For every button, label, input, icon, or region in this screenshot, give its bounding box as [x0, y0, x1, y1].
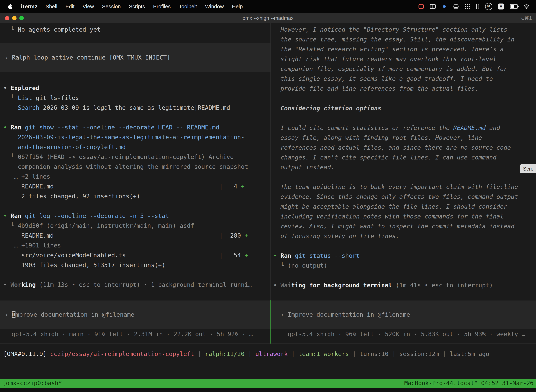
text-segment: └ 067f154 (HEAD -> essay/ai-reimplementa…: [3, 153, 234, 160]
menu-item-toolbelt[interactable]: Toolbelt: [175, 4, 201, 9]
app-grid-icon[interactable]: [464, 4, 470, 9]
text-segment: src/voice/voiceModeEnabled.ts: [3, 252, 126, 259]
prompt-input-right[interactable]: › Improve documentation in @filename: [271, 300, 536, 329]
blank-line: [271, 271, 536, 280]
text-segment: git show --stat --oneline --decorate HEA…: [25, 124, 219, 131]
terminal-line: companion analysis without altering the …: [0, 162, 270, 172]
text-segment: team:1 workers: [299, 350, 349, 357]
text-segment: this single essay, it seems like a good …: [273, 75, 493, 82]
pane-bottom-border: [0, 344, 536, 344]
text-segment: I could cite commit statistics or refere…: [273, 124, 453, 131]
text-segment: companion analysis without altering the …: [3, 163, 248, 170]
window-tile-icon[interactable]: [430, 4, 436, 9]
text-segment: |: [439, 350, 450, 357]
window-title-bar[interactable]: omx --xhigh --madmax ⌥⌘1: [0, 13, 536, 23]
menu-item-iterm2[interactable]: iTerm2: [17, 4, 42, 9]
input-source-icon[interactable]: A: [498, 4, 504, 9]
menu-item-edit[interactable]: Edit: [61, 4, 79, 9]
text-segment: review. Also, I might want to inspect th…: [273, 223, 514, 230]
text-segment: including verification notes with those …: [273, 213, 504, 220]
text-segment: README.md: [453, 124, 486, 131]
apple-menu-icon[interactable]: [6, 4, 14, 9]
phone-icon[interactable]: [476, 4, 479, 9]
left-pane-top-lines: └ No agents completed yet: [0, 23, 270, 34]
terminal-line: the "Related research writing" section i…: [271, 44, 536, 54]
terminal-line: … +2 lines: [0, 172, 270, 182]
text-segment: companion file, especially if more comme…: [273, 65, 507, 72]
menu-item-window[interactable]: Window: [201, 4, 228, 9]
terminal-line: README.md | 280 +: [0, 231, 270, 240]
minimize-button[interactable]: [12, 16, 17, 20]
menu-item-scripts[interactable]: Scripts: [125, 4, 149, 9]
menu-item-profiles[interactable]: Profiles: [149, 4, 175, 9]
text-segment: 4: [226, 183, 241, 190]
text-segment: and: [486, 124, 500, 131]
screen-recording-icon[interactable]: [418, 4, 424, 9]
text-segment: [3, 104, 18, 111]
text-segment: •: [3, 124, 10, 131]
text-segment: … +2 lines: [3, 173, 50, 180]
terminal-line: • Explored: [0, 83, 270, 93]
text-segment: the source tree, missing the essay. Stil…: [273, 36, 514, 43]
text-segment: (1m 41s • esc to interrupt): [392, 282, 493, 289]
text-segment: Wor: [10, 281, 21, 288]
text-segment: and-the-erosion-of-copyleft.md: [3, 144, 126, 150]
text-segment: slight risk that future readers may over…: [273, 56, 496, 62]
terminal-line: 1903 files changed, 513517 insertions(+): [0, 260, 270, 270]
menu-item-shell[interactable]: Shell: [42, 4, 61, 9]
text-segment: output instead.: [273, 164, 335, 171]
text-segment: Search: [18, 104, 39, 111]
tmux-session-name[interactable]: [omx-cczip0:bash*: [2, 379, 62, 388]
text-segment: README.md: [3, 232, 54, 239]
close-button[interactable]: [5, 16, 9, 20]
text-segment: 1903 files changed, 513517 insertions(+): [3, 261, 165, 269]
terminal-line: output instead.: [271, 162, 536, 172]
text-segment: 280: [226, 232, 244, 239]
blue-app-icon[interactable]: [441, 4, 447, 9]
terminal-line: • Working (11m 13s • esc to interrupt) ·…: [0, 280, 270, 289]
prompt-chevron: ›: [281, 311, 288, 318]
terminal-line: of focusing solely on file lines.: [271, 231, 536, 241]
text-segment: essay file, along with finding root file…: [273, 134, 482, 141]
text-segment: However, I noticed the "Directory Struct…: [273, 26, 507, 33]
text-segment: git status --short: [295, 252, 360, 259]
right-terminal-pane[interactable]: However, I noticed the "Directory Struct…: [271, 23, 536, 344]
terminal-line: the source tree, missing the essay. Stil…: [271, 34, 536, 44]
dark-circle-app-icon[interactable]: [453, 4, 459, 9]
text-segment: of focusing solely on file lines.: [273, 233, 399, 240]
ralph-loop-banner: › Ralph loop active continue [OMX_TMUX_I…: [0, 43, 270, 72]
battery-icon[interactable]: [510, 4, 518, 9]
text-segment: The team guideline is to back every impo…: [273, 183, 518, 190]
menu-item-view[interactable]: View: [79, 4, 98, 9]
left-terminal-pane[interactable]: └ No agents completed yet › Ralph loop a…: [0, 23, 270, 344]
battery-percent-badge[interactable]: 61: [485, 3, 492, 10]
zoom-button[interactable]: [19, 16, 24, 20]
menu-item-help[interactable]: Help: [228, 4, 247, 9]
prompt-input-left[interactable]: › Improve documentation in @filename: [0, 300, 270, 329]
terminal-line: └ 067f154 (HEAD -> essay/ai-reimplementa…: [0, 152, 270, 162]
terminal-line: 2 files changed, 92 insertions(+): [0, 191, 270, 201]
terminal-line: including verification notes with those …: [271, 211, 536, 221]
terminal-area: └ No agents completed yet › Ralph loop a…: [0, 23, 536, 344]
omx-status-bar: [OMX#0.11.9] cczip/essay/ai-reimplementa…: [0, 349, 536, 359]
menu-item-session[interactable]: Session: [98, 4, 125, 9]
session-status-right: gpt-5.4 xhigh · 96% left · 520K in · 5.8…: [271, 329, 536, 339]
terminal-line: changes, I can't cite specific file line…: [271, 152, 536, 162]
session-status-left: gpt-5.4 xhigh · main · 91% left · 2.31M …: [0, 329, 270, 339]
text-segment: No agents completed yet: [18, 26, 100, 33]
text-segment: 2026-03-09-is-legal-the-same-as-legitima…: [3, 134, 244, 141]
text-segment: +: [245, 252, 248, 259]
text-segment: (11m 13s • esc to interrupt) · 1 backgro…: [36, 281, 252, 288]
banner-text: Ralph loop active continue [OMX_TMUX_INJ…: [12, 54, 170, 61]
left-pane-main-lines: • Explored └ List git ls-files Search 20…: [0, 83, 270, 289]
wifi-icon[interactable]: [523, 4, 530, 9]
menu-items: iTerm2ShellEditViewSessionScriptsProfile…: [17, 4, 247, 9]
terminal-line: └ (no output): [271, 261, 536, 271]
text-segment: •: [3, 212, 10, 219]
screen-share-tab[interactable]: Scre: [520, 164, 536, 173]
terminal-line: README.md | 4 +: [0, 182, 270, 191]
text-segment: README.md: [3, 183, 54, 190]
text-segment: [OMX#0.11.9]: [3, 350, 50, 357]
text-segment: Considering citation options: [273, 105, 381, 112]
text-segment: references need actual files, and since …: [273, 144, 511, 151]
